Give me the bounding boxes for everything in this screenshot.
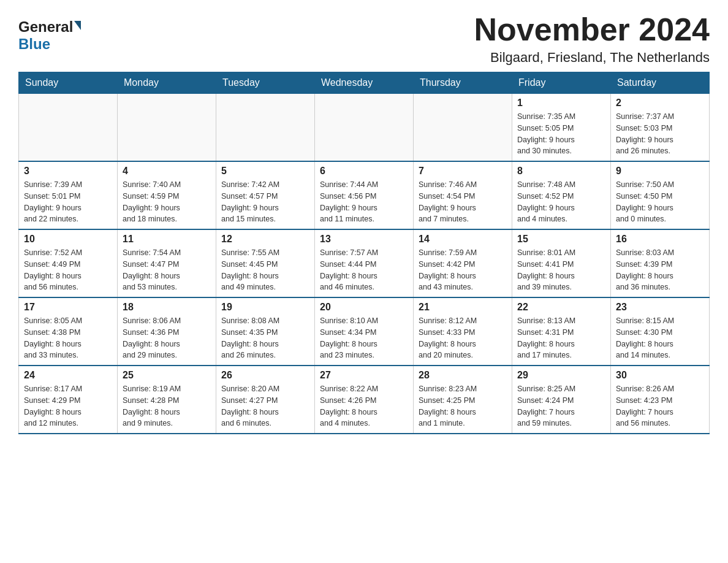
day-info: Sunrise: 8:03 AM Sunset: 4:39 PM Dayligh… [616,247,704,293]
day-info: Sunrise: 7:46 AM Sunset: 4:54 PM Dayligh… [419,179,507,225]
day-info: Sunrise: 8:10 AM Sunset: 4:34 PM Dayligh… [320,315,408,361]
calendar-cell: 28Sunrise: 8:23 AM Sunset: 4:25 PM Dayli… [414,366,512,434]
weekday-header-sunday: Sunday [19,72,118,94]
calendar-cell [315,94,414,162]
day-number: 14 [419,234,507,245]
day-number: 22 [517,302,605,313]
weekday-header-saturday: Saturday [611,72,710,94]
calendar-week-5: 24Sunrise: 8:17 AM Sunset: 4:29 PM Dayli… [19,366,710,434]
logo-blue-text: Blue [18,36,50,53]
day-number: 10 [24,234,112,245]
day-number: 21 [419,302,507,313]
day-number: 16 [616,234,704,245]
day-info: Sunrise: 8:22 AM Sunset: 4:26 PM Dayligh… [320,383,408,429]
calendar-cell: 12Sunrise: 7:55 AM Sunset: 4:45 PM Dayli… [216,229,315,297]
day-info: Sunrise: 8:25 AM Sunset: 4:24 PM Dayligh… [517,383,605,429]
day-info: Sunrise: 8:17 AM Sunset: 4:29 PM Dayligh… [24,383,112,429]
calendar-cell: 18Sunrise: 8:06 AM Sunset: 4:36 PM Dayli… [118,297,216,366]
day-info: Sunrise: 8:01 AM Sunset: 4:41 PM Dayligh… [517,247,605,293]
day-number: 20 [320,302,408,313]
calendar-cell: 30Sunrise: 8:26 AM Sunset: 4:23 PM Dayli… [611,366,710,434]
calendar-week-3: 10Sunrise: 7:52 AM Sunset: 4:49 PM Dayli… [19,229,710,297]
logo: General Blue [18,12,81,53]
day-info: Sunrise: 7:57 AM Sunset: 4:44 PM Dayligh… [320,247,408,293]
calendar-cell: 14Sunrise: 7:59 AM Sunset: 4:42 PM Dayli… [414,229,512,297]
day-number: 2 [616,98,704,109]
calendar-cell: 4Sunrise: 7:40 AM Sunset: 4:59 PM Daylig… [118,161,216,229]
day-info: Sunrise: 8:20 AM Sunset: 4:27 PM Dayligh… [221,383,309,429]
day-number: 25 [123,370,211,381]
day-info: Sunrise: 8:06 AM Sunset: 4:36 PM Dayligh… [123,315,211,361]
calendar-cell: 25Sunrise: 8:19 AM Sunset: 4:28 PM Dayli… [118,366,216,434]
calendar-cell: 10Sunrise: 7:52 AM Sunset: 4:49 PM Dayli… [19,229,118,297]
calendar-cell: 13Sunrise: 7:57 AM Sunset: 4:44 PM Dayli… [315,229,414,297]
day-info: Sunrise: 8:13 AM Sunset: 4:31 PM Dayligh… [517,315,605,361]
day-number: 12 [221,234,309,245]
day-info: Sunrise: 7:55 AM Sunset: 4:45 PM Dayligh… [221,247,309,293]
calendar-cell: 1Sunrise: 7:35 AM Sunset: 5:05 PM Daylig… [512,94,611,162]
day-info: Sunrise: 8:05 AM Sunset: 4:38 PM Dayligh… [24,315,112,361]
calendar-cell: 2Sunrise: 7:37 AM Sunset: 5:03 PM Daylig… [611,94,710,162]
day-info: Sunrise: 7:39 AM Sunset: 5:01 PM Dayligh… [24,179,112,225]
calendar-cell: 22Sunrise: 8:13 AM Sunset: 4:31 PM Dayli… [512,297,611,366]
weekday-header-row: SundayMondayTuesdayWednesdayThursdayFrid… [19,72,710,94]
calendar-cell: 16Sunrise: 8:03 AM Sunset: 4:39 PM Dayli… [611,229,710,297]
calendar-cell: 3Sunrise: 7:39 AM Sunset: 5:01 PM Daylig… [19,161,118,229]
day-number: 29 [517,370,605,381]
day-number: 15 [517,234,605,245]
day-number: 23 [616,302,704,313]
day-info: Sunrise: 8:26 AM Sunset: 4:23 PM Dayligh… [616,383,704,429]
calendar-cell: 24Sunrise: 8:17 AM Sunset: 4:29 PM Dayli… [19,366,118,434]
calendar-cell [216,94,315,162]
logo-general-text: General [18,18,73,36]
calendar-cell: 23Sunrise: 8:15 AM Sunset: 4:30 PM Dayli… [611,297,710,366]
day-number: 4 [123,166,211,177]
day-info: Sunrise: 8:12 AM Sunset: 4:33 PM Dayligh… [419,315,507,361]
day-number: 27 [320,370,408,381]
day-number: 6 [320,166,408,177]
calendar-cell: 26Sunrise: 8:20 AM Sunset: 4:27 PM Dayli… [216,366,315,434]
calendar-table: SundayMondayTuesdayWednesdayThursdayFrid… [18,72,710,434]
calendar-cell: 27Sunrise: 8:22 AM Sunset: 4:26 PM Dayli… [315,366,414,434]
day-info: Sunrise: 7:48 AM Sunset: 4:52 PM Dayligh… [517,179,605,225]
calendar-cell: 29Sunrise: 8:25 AM Sunset: 4:24 PM Dayli… [512,366,611,434]
day-info: Sunrise: 7:40 AM Sunset: 4:59 PM Dayligh… [123,179,211,225]
location-subtitle: Bilgaard, Friesland, The Netherlands [474,50,710,66]
calendar-week-1: 1Sunrise: 7:35 AM Sunset: 5:05 PM Daylig… [19,94,710,162]
day-number: 7 [419,166,507,177]
calendar-cell: 17Sunrise: 8:05 AM Sunset: 4:38 PM Dayli… [19,297,118,366]
month-title: November 2024 [474,12,710,47]
calendar-cell: 5Sunrise: 7:42 AM Sunset: 4:57 PM Daylig… [216,161,315,229]
day-number: 26 [221,370,309,381]
calendar-cell: 15Sunrise: 8:01 AM Sunset: 4:41 PM Dayli… [512,229,611,297]
weekday-header-thursday: Thursday [414,72,512,94]
day-info: Sunrise: 8:23 AM Sunset: 4:25 PM Dayligh… [419,383,507,429]
day-number: 13 [320,234,408,245]
day-number: 11 [123,234,211,245]
day-number: 30 [616,370,704,381]
weekday-header-tuesday: Tuesday [216,72,315,94]
day-number: 24 [24,370,112,381]
day-info: Sunrise: 7:42 AM Sunset: 4:57 PM Dayligh… [221,179,309,225]
day-number: 5 [221,166,309,177]
calendar-cell: 21Sunrise: 8:12 AM Sunset: 4:33 PM Dayli… [414,297,512,366]
page-header: General Blue November 2024 Bilgaard, Fri… [18,12,710,66]
day-info: Sunrise: 7:50 AM Sunset: 4:50 PM Dayligh… [616,179,704,225]
day-number: 3 [24,166,112,177]
calendar-cell [19,94,118,162]
day-info: Sunrise: 8:15 AM Sunset: 4:30 PM Dayligh… [616,315,704,361]
calendar-body: 1Sunrise: 7:35 AM Sunset: 5:05 PM Daylig… [19,94,710,434]
day-info: Sunrise: 7:37 AM Sunset: 5:03 PM Dayligh… [616,111,704,157]
weekday-header-friday: Friday [512,72,611,94]
logo-arrow-icon [74,21,81,30]
calendar-week-4: 17Sunrise: 8:05 AM Sunset: 4:38 PM Dayli… [19,297,710,366]
calendar-cell: 11Sunrise: 7:54 AM Sunset: 4:47 PM Dayli… [118,229,216,297]
day-number: 19 [221,302,309,313]
calendar-cell: 19Sunrise: 8:08 AM Sunset: 4:35 PM Dayli… [216,297,315,366]
calendar-cell [414,94,512,162]
day-number: 18 [123,302,211,313]
calendar-cell [118,94,216,162]
day-info: Sunrise: 8:08 AM Sunset: 4:35 PM Dayligh… [221,315,309,361]
calendar-cell: 9Sunrise: 7:50 AM Sunset: 4:50 PM Daylig… [611,161,710,229]
calendar-cell: 8Sunrise: 7:48 AM Sunset: 4:52 PM Daylig… [512,161,611,229]
